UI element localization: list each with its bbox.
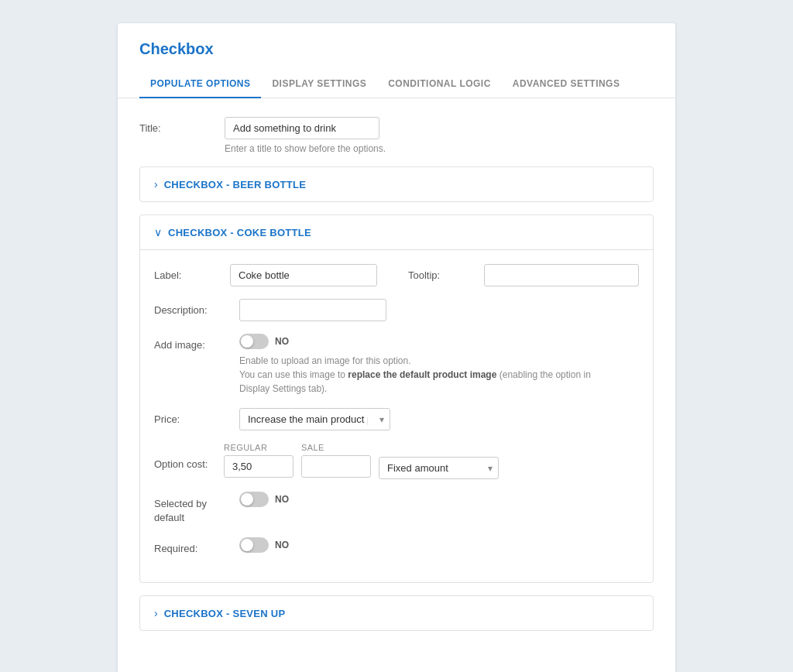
add-image-row: Add image: NO Enable to upload an image … xyxy=(154,334,639,396)
coke-body: Label: Tooltip: Description: xyxy=(140,249,653,582)
coke-chevron-icon: ∨ xyxy=(154,226,162,238)
add-image-label: Add image: xyxy=(154,334,239,351)
tabs-bar: POPULATE OPTIONS DISPLAY SETTINGS CONDIT… xyxy=(118,70,675,98)
beer-acc-title: CHECKBOX - Beer bottle xyxy=(164,179,306,190)
required-row: Required: NO xyxy=(154,537,639,554)
tab-content: Title: Enter a title to show before the … xyxy=(118,98,675,662)
regular-cost-wrap: REGULAR xyxy=(224,443,294,478)
selected-default-toggle-label: NO xyxy=(275,494,289,505)
cost-type-select[interactable]: Fixed amount Percentage Fixed price xyxy=(379,457,499,479)
option-cost-label: Option cost: xyxy=(154,443,224,470)
label-group: Label: xyxy=(154,264,377,286)
accordion-beer: › CHECKBOX - Beer bottle xyxy=(139,166,654,202)
accordion-coke-header[interactable]: ∨ CHECKBOX - Coke bottle xyxy=(140,215,653,249)
title-input[interactable] xyxy=(225,117,379,139)
tooltip-input[interactable] xyxy=(484,264,639,286)
title-label: Title: xyxy=(139,117,225,134)
option-cost-row: Option cost: REGULAR SALE xyxy=(154,443,639,479)
regular-cost-title: REGULAR xyxy=(224,443,294,452)
sevenup-chevron-icon: › xyxy=(154,607,158,619)
selected-default-toggle[interactable] xyxy=(239,492,269,507)
required-toggle-wrap: NO xyxy=(239,537,289,553)
label-field-label: Label: xyxy=(154,264,224,281)
accordion-coke: ∨ CHECKBOX - Coke bottle Label: xyxy=(139,214,654,583)
add-image-toggle-wrap: NO xyxy=(239,334,603,349)
coke-acc-title: CHECKBOX - Coke bottle xyxy=(168,227,311,238)
main-card: Checkbox POPULATE OPTIONS DISPLAY SETTIN… xyxy=(118,23,675,672)
required-toggle-label: NO xyxy=(275,540,289,550)
page-title: Checkbox xyxy=(118,23,675,58)
label-input[interactable] xyxy=(230,264,377,286)
cost-type-select-wrap: Fixed amount Percentage Fixed price xyxy=(379,457,499,479)
description-row: Description: xyxy=(154,299,639,321)
sale-cost-input[interactable] xyxy=(301,455,371,478)
label-tooltip-row: Label: Tooltip: xyxy=(154,264,639,286)
required-label: Required: xyxy=(154,537,239,554)
tooltip-group: Tooltip: xyxy=(408,264,639,286)
accordion-beer-header[interactable]: › CHECKBOX - Beer bottle xyxy=(140,167,653,201)
add-image-toggle-label: NO xyxy=(275,336,289,347)
accordion-sevenup-header[interactable]: › CHECKBOX - Seven Up xyxy=(140,596,653,630)
description-label: Description: xyxy=(154,299,239,316)
title-row: Title: Enter a title to show before the … xyxy=(139,117,654,154)
required-toggle[interactable] xyxy=(239,537,269,553)
cost-fields: REGULAR SALE Fixed amount xyxy=(224,443,499,479)
sale-cost-wrap: SALE xyxy=(301,443,371,478)
price-select[interactable]: Increase the main product price Decrease… xyxy=(239,408,390,430)
add-image-content: NO Enable to upload an image for this op… xyxy=(239,334,603,396)
add-image-hint1: Enable to upload an image for this optio… xyxy=(239,354,603,368)
toggle-knob xyxy=(241,335,253,348)
tab-advanced[interactable]: ADVANCED SETTINGS xyxy=(502,70,631,98)
tab-populate[interactable]: POPULATE OPTIONS xyxy=(139,70,261,98)
sevenup-acc-title: CHECKBOX - Seven Up xyxy=(164,608,286,619)
beer-chevron-icon: › xyxy=(154,178,158,190)
title-field-wrap: Enter a title to show before the options… xyxy=(225,117,386,154)
accordion-sevenup: › CHECKBOX - Seven Up xyxy=(139,595,654,631)
price-select-wrap: Increase the main product price Decrease… xyxy=(239,408,390,430)
selected-default-label: Selected by default xyxy=(154,492,239,525)
title-hint: Enter a title to show before the options… xyxy=(225,143,386,154)
selected-default-row: Selected by default NO xyxy=(154,492,639,525)
selected-default-toggle-wrap: NO xyxy=(239,492,289,507)
tooltip-field-label: Tooltip: xyxy=(408,264,478,281)
tab-conditional[interactable]: CONDITIONAL LOGIC xyxy=(377,70,502,98)
cost-type-wrap: Fixed amount Percentage Fixed price xyxy=(379,443,499,479)
add-image-toggle[interactable] xyxy=(239,334,269,349)
tab-display[interactable]: DISPLAY SETTINGS xyxy=(261,70,377,98)
selected-default-knob xyxy=(241,493,253,506)
regular-cost-input[interactable] xyxy=(224,455,294,478)
price-row: Price: Increase the main product price D… xyxy=(154,408,639,430)
add-image-hint2: You can use this image to replace the de… xyxy=(239,368,603,396)
sale-cost-title: SALE xyxy=(301,443,371,452)
description-input[interactable] xyxy=(239,299,386,321)
price-label: Price: xyxy=(154,408,239,425)
required-knob xyxy=(241,539,253,551)
